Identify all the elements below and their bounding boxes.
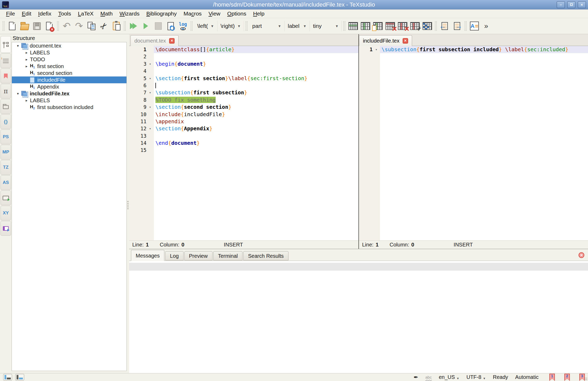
sidebar-tab-mp[interactable]: MP <box>1 145 11 159</box>
text-format-button[interactable]: A <box>468 20 480 32</box>
tree-item-labels[interactable]: ▸LABELS <box>12 97 126 104</box>
fold-arrow-icon[interactable]: ▾ <box>146 125 154 132</box>
sidebar-tab-toc[interactable] <box>1 53 11 68</box>
code-line[interactable]: \appendix <box>154 118 358 125</box>
font-size-combo[interactable]: tiny▼ <box>310 21 342 31</box>
bookmark-3-flag[interactable]: 3 <box>579 374 585 381</box>
menu-macros[interactable]: Macros <box>180 11 205 17</box>
minimize-icon[interactable]: – <box>557 1 565 8</box>
tree-item-includedfile-tex[interactable]: ▾includedFile.tex <box>12 90 126 97</box>
code-line[interactable]: \include{includedFile} <box>154 111 358 118</box>
tree-item-second-section[interactable]: H1second section <box>12 70 126 76</box>
maximize-icon[interactable] <box>567 1 575 8</box>
find-button[interactable] <box>164 20 177 32</box>
toolbar-overflow-icon[interactable]: » <box>484 22 488 30</box>
paste-button[interactable] <box>110 20 122 32</box>
tree-item-document-tex[interactable]: ▾document.tex <box>12 42 126 49</box>
tree-item-includedfile[interactable]: includedFile <box>12 76 126 83</box>
build-and-view-button[interactable] <box>127 20 140 32</box>
expand-arrow-icon[interactable]: ▸ <box>23 64 30 68</box>
toolbar-handle[interactable] <box>3 21 4 31</box>
remove-table-row-button[interactable]: × <box>384 20 396 32</box>
toolbar-handle[interactable] <box>435 21 437 31</box>
next-document-button[interactable]: → <box>451 20 463 32</box>
fold-arrow-icon[interactable]: ▾ <box>146 89 154 96</box>
remove-table-column-button[interactable]: × <box>396 20 409 32</box>
code-line[interactable]: \end{document} <box>154 140 358 147</box>
tab-search-results[interactable]: Search Results <box>243 251 288 260</box>
cut-table-column-button[interactable]: ✂ <box>409 20 421 32</box>
fold-arrow-icon[interactable]: ▾ <box>146 60 154 68</box>
code-line[interactable]: \begin{document} <box>154 60 358 68</box>
sidebar-tab-tikz[interactable]: TZ <box>1 160 11 175</box>
expand-arrow-icon[interactable]: ▸ <box>23 57 30 61</box>
code-editor-2[interactable]: 1▾\subsection{first subsection included}… <box>359 46 588 240</box>
sidebar-tab-structure[interactable] <box>1 36 11 53</box>
code-line[interactable] <box>154 53 358 60</box>
code-line[interactable] <box>154 132 358 140</box>
reference-combo[interactable]: label▼ <box>285 21 310 31</box>
expand-arrow-icon[interactable]: ▸ <box>23 50 30 55</box>
sidebar-tab-brackets[interactable]: {} <box>1 114 11 129</box>
menu-edit[interactable]: Edit <box>18 11 35 17</box>
collapse-arrow-icon[interactable]: ▾ <box>14 44 21 48</box>
sidebar-tab-notes[interactable] <box>1 221 11 236</box>
code-line[interactable]: \section{first section}\label{sec:first-… <box>154 75 358 82</box>
spellcheck-icon[interactable]: abc <box>425 375 432 379</box>
encoding-selector[interactable]: UTF-8▼ <box>467 374 486 380</box>
line-ending-selector[interactable]: Automatic <box>515 374 539 380</box>
menu-view[interactable]: View <box>205 11 224 17</box>
menu-options[interactable]: Options <box>224 11 250 17</box>
sidebar-tab-xy[interactable]: XY <box>1 206 11 220</box>
left-delimiter-combo[interactable]: \left(▼ <box>194 21 217 31</box>
close-panel-icon[interactable]: ✕ <box>579 252 584 258</box>
add-table-column-button[interactable] <box>359 20 372 32</box>
paste-table-column-button[interactable] <box>372 20 384 32</box>
code-line[interactable] <box>154 82 358 89</box>
fold-arrow-icon[interactable]: ▾ <box>146 75 154 82</box>
tab-includedfile-tex[interactable]: includedFile.tex × <box>359 35 412 46</box>
sidebar-tab-ps[interactable]: PS <box>1 130 11 144</box>
resize-grip-icon[interactable] <box>584 377 587 380</box>
tab-messages[interactable]: Messages <box>131 250 164 261</box>
open-file-button[interactable] <box>18 20 31 32</box>
new-file-button[interactable] <box>6 20 18 32</box>
close-tab-icon[interactable]: × <box>169 38 175 44</box>
code-editor-1[interactable]: 1\documentclass[]{article}23▾\begin{docu… <box>129 46 358 240</box>
menu-wizards[interactable]: Wizards <box>116 11 143 17</box>
save-button[interactable] <box>31 20 43 32</box>
align-table-columns-button[interactable] <box>421 20 433 32</box>
menu-tools[interactable]: Tools <box>55 11 74 17</box>
tab-preview[interactable]: Preview <box>184 251 212 260</box>
fold-arrow-icon[interactable]: ▾ <box>146 104 154 111</box>
menu-help[interactable]: Help <box>250 11 268 17</box>
tab-terminal[interactable]: Terminal <box>213 251 243 260</box>
menu-latex[interactable]: LaTeX <box>74 11 97 17</box>
panel-splitter[interactable] <box>127 34 129 373</box>
menu-bibliography[interactable]: Bibliography <box>143 11 180 17</box>
code-line[interactable]: \section{Appendix} <box>154 125 358 132</box>
fold-arrow-icon[interactable]: ▾ <box>373 46 380 53</box>
toggle-bottom-panel-icon[interactable] <box>15 374 24 380</box>
view-button[interactable] <box>140 20 152 32</box>
sidebar-tab-terminal[interactable] <box>1 190 11 205</box>
sidebar-tab-math-symbols[interactable]: π <box>1 84 11 99</box>
tree-item-labels[interactable]: ▸LABELS <box>12 49 126 56</box>
menu-idefix[interactable]: Idefix <box>35 11 55 17</box>
language-selector[interactable]: en_US▼ <box>439 374 459 380</box>
code-line[interactable]: \subsection{first subsection} <box>154 89 358 96</box>
bookmark-2-flag[interactable]: 2 <box>564 374 570 381</box>
bookmark-1-flag[interactable]: 1 <box>549 374 555 381</box>
cut-button[interactable]: ✂ <box>98 20 110 32</box>
close-tab-icon[interactable]: × <box>403 38 408 44</box>
expand-arrow-icon[interactable]: ▸ <box>23 98 30 102</box>
tree-item-todo[interactable]: ▸TODO <box>12 56 126 63</box>
close-file-button[interactable]: ✕ <box>43 20 55 32</box>
view-log-button[interactable]: log <box>177 20 189 32</box>
code-line[interactable]: \subsection{first subsection included} \… <box>380 46 588 53</box>
previous-document-button[interactable]: ← <box>438 20 451 32</box>
menu-math[interactable]: Math <box>97 11 116 17</box>
code-line[interactable] <box>154 147 358 154</box>
toggle-sidebar-icon[interactable] <box>3 374 12 380</box>
code-line[interactable]: %TODO fix something <box>154 96 358 104</box>
